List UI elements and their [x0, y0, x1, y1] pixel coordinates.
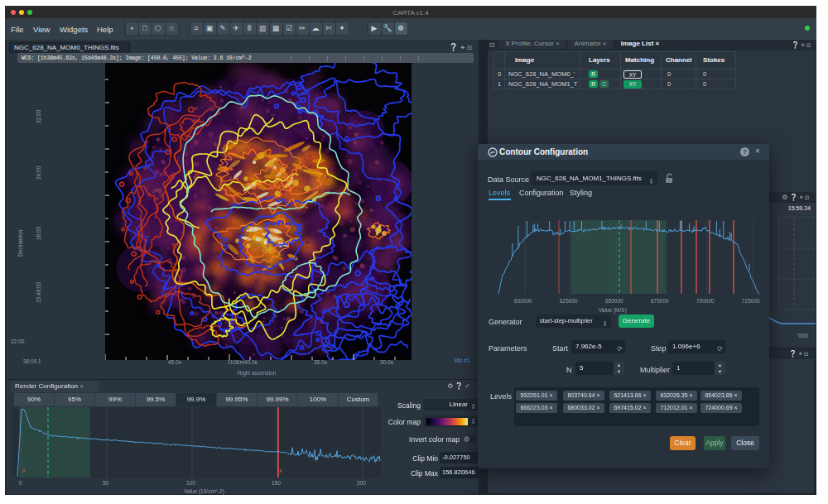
svg-text:x: x [279, 468, 282, 473]
svg-text:x: x [22, 468, 26, 473]
svg-text:'000: '000 [797, 333, 808, 338]
